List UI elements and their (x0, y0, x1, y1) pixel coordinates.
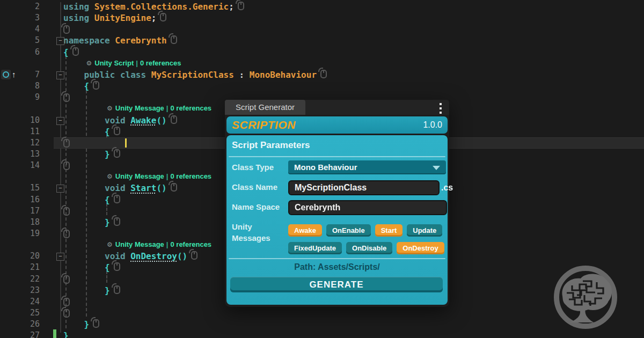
line-number: 11 (14, 127, 40, 136)
line-number: 3 (14, 13, 40, 23)
line-number: 9 (14, 92, 40, 102)
code-line[interactable]: 8{ (0, 80, 644, 92)
unity-messages-label: Unity Messages (232, 221, 283, 244)
code-line[interactable]: 27} (0, 330, 644, 338)
code-line[interactable]: 2using System.Collections.Generic; (0, 1, 644, 12)
class-type-dropdown[interactable]: Mono Behaviour (288, 160, 446, 174)
code-line[interactable]: 5−namespace Cerebrynth (0, 35, 644, 46)
window-panel: SCRIPTION 1.0.0 Script Parameters Class … (225, 115, 449, 307)
unity-message-button-onenable[interactable]: OnEnable (326, 224, 371, 237)
code-line[interactable]: 4 (0, 24, 644, 35)
class-name-input[interactable] (288, 180, 440, 195)
line-number: 15 (14, 183, 40, 193)
unity-gear-icon: ⚙ (107, 173, 113, 180)
end-of-line-icon (63, 25, 70, 34)
end-of-line-icon (171, 115, 177, 124)
end-of-line-icon (63, 93, 70, 102)
unity-gear-icon: ⚙ (107, 241, 113, 248)
unity-messages-row-2: FixedUpdateOnDisableOnDestroy (288, 242, 444, 254)
fold-collapse-icon[interactable]: − (56, 71, 64, 79)
line-number: 27 (14, 330, 40, 338)
end-of-line-icon (114, 285, 120, 294)
fold-collapse-icon[interactable]: − (56, 37, 64, 45)
fold-collapse-icon[interactable]: − (56, 185, 64, 193)
line-number: 25 (14, 308, 40, 318)
code-line[interactable]: 3using UnityEngine; (0, 12, 644, 24)
line-number: 26 (14, 319, 40, 329)
line-number: 5 (14, 35, 40, 45)
line-number: 23 (14, 285, 40, 295)
screenshot-root: 2using System.Collections.Generic;3using… (0, 0, 644, 338)
line-number: 17 (14, 206, 40, 216)
line-number: 20 (14, 251, 40, 261)
code-line[interactable]: 6{ (0, 47, 644, 58)
line-number: 10 (14, 115, 40, 125)
unity-message-button-fixedupdate[interactable]: FixedUpdate (288, 242, 342, 254)
window-header: SCRIPTION 1.0.0 (226, 116, 448, 134)
class-type-label: Class Type (232, 163, 274, 172)
bookmark-circle-icon (1, 70, 11, 79)
end-of-line-icon (63, 309, 70, 318)
end-of-line-icon (93, 81, 99, 90)
divider (229, 258, 445, 259)
cursor-up-arrow-icon: ↑ (12, 70, 16, 79)
end-of-line-icon (114, 195, 120, 203)
line-number: 4 (14, 24, 40, 34)
end-of-line-icon (114, 149, 120, 158)
change-tracking-bar (53, 329, 56, 338)
tab-script-generator[interactable]: Script Generator (225, 100, 305, 115)
path-label: Path: Assets/Scripts/ (226, 262, 448, 272)
section-title: Script Parameters (232, 140, 310, 151)
end-of-line-icon (114, 127, 120, 135)
end-of-line-icon (171, 183, 177, 192)
unity-message-button-awake[interactable]: Awake (288, 224, 322, 237)
class-type-value: Mono Behaviour (294, 163, 357, 172)
cs-extension-label: .cs (441, 183, 453, 193)
class-name-label: Class Name (232, 182, 277, 192)
namespace-input[interactable] (288, 200, 447, 215)
unity-message-button-update[interactable]: Update (407, 224, 442, 237)
line-number: 16 (14, 195, 40, 204)
window-tab-bar: Script Generator (225, 100, 449, 115)
line-number: 18 (14, 217, 40, 227)
namespace-label: Name Space (232, 202, 280, 211)
line-number: 8 (14, 81, 40, 91)
end-of-line-icon (238, 2, 244, 10)
app-title: SCRIPTION (232, 119, 296, 131)
chevron-down-icon (433, 166, 440, 170)
code-line[interactable]: 26} (0, 319, 644, 330)
unity-message-button-start[interactable]: Start (375, 224, 403, 237)
code-line[interactable]: 7−↑public class MyScriptionClass : MonoB… (0, 69, 644, 80)
line-indicator[interactable]: ↑ (1, 69, 16, 80)
line-number: 2 (14, 2, 40, 11)
end-of-line-icon (93, 319, 99, 328)
end-of-line-icon (191, 251, 197, 260)
end-of-line-icon (114, 217, 120, 226)
end-of-line-icon (320, 70, 327, 78)
end-of-line-icon (72, 47, 79, 56)
unity-message-button-ondisable[interactable]: OnDisable (346, 242, 392, 254)
line-number: 7 (14, 70, 40, 79)
window-body: Script Parameters Class Type Mono Behavi… (226, 135, 448, 305)
end-of-line-icon (63, 275, 70, 284)
version-label: 1.0.0 (423, 120, 442, 130)
unity-gear-icon: ⚙ (107, 105, 113, 112)
line-number: 22 (14, 274, 40, 284)
line-number: 21 (14, 262, 40, 272)
unity-message-button-ondestroy[interactable]: OnDestroy (397, 242, 444, 254)
end-of-line-icon (63, 207, 70, 216)
kebab-menu-icon[interactable] (440, 103, 442, 116)
fold-collapse-icon[interactable]: − (56, 253, 64, 261)
line-number: 24 (14, 297, 40, 306)
unity-messages-row-1: AwakeOnEnableStartUpdate (288, 224, 442, 237)
generate-button[interactable]: GENERATE (230, 277, 443, 292)
end-of-line-icon (63, 298, 70, 306)
end-of-line-icon (171, 35, 177, 44)
line-number: 6 (14, 47, 40, 57)
fold-collapse-icon[interactable]: − (56, 117, 64, 125)
code-line[interactable]: 25 (0, 307, 644, 319)
end-of-line-icon (160, 13, 166, 21)
end-of-line-icon (114, 262, 120, 271)
script-generator-window: Script Generator SCRIPTION 1.0.0 Script … (225, 100, 449, 307)
line-number: 19 (14, 229, 40, 238)
